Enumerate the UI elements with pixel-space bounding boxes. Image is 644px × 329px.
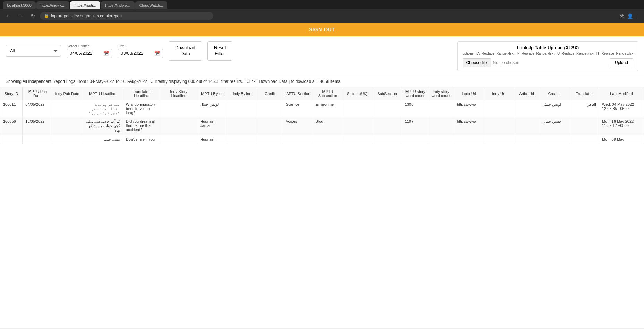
th-last-modified: Last Modified bbox=[599, 87, 644, 100]
browser-tabs: localhost:3000 https://indy-c... https:/… bbox=[0, 0, 644, 9]
browser-chrome: ← → ↻ 🔒 iaptureport-dev.brightsites.co.u… bbox=[0, 9, 644, 23]
table-cell: Voices bbox=[283, 117, 313, 135]
table-cell bbox=[372, 135, 402, 144]
tab-iaptr[interactable]: https://iaptr... bbox=[70, 1, 100, 9]
table-cell bbox=[372, 100, 402, 117]
table-row: 10065616/05/2022کیا آپ حادثے سے پہلے کچھ… bbox=[0, 117, 644, 135]
filter-left: All Select From : 📅 Until: 📅 Download D bbox=[6, 41, 452, 61]
upload-row: Choose file No file chosen Upload bbox=[463, 58, 634, 67]
th-story-id: Story ID bbox=[0, 87, 23, 100]
table-cell: Blog bbox=[313, 117, 342, 135]
table-cell: Mon, 16 May 2022 11:39:17 +0500 bbox=[599, 117, 644, 135]
table-cell bbox=[160, 135, 197, 144]
table-cell bbox=[52, 117, 82, 135]
back-button[interactable]: ← bbox=[3, 12, 13, 20]
forward-button[interactable]: → bbox=[16, 12, 26, 20]
table-cell: https://www bbox=[454, 117, 484, 135]
table-cell bbox=[257, 117, 283, 135]
status-text: Showing All Independent Report Logs From… bbox=[6, 79, 341, 84]
filter-area: All Select From : 📅 Until: 📅 Download D bbox=[0, 36, 644, 76]
th-article-id: Article Id bbox=[514, 87, 540, 100]
upload-button[interactable]: Upload bbox=[610, 58, 633, 67]
table-cell: لونس جینٹل bbox=[197, 100, 227, 117]
table-cell: 04/05/2022 bbox=[23, 100, 52, 117]
no-file-text: No file chosen bbox=[493, 60, 608, 65]
table-cell: Husnain bbox=[197, 135, 227, 144]
table-cell: 100011 bbox=[0, 100, 23, 117]
table-cell: Why do migratory birds travel so long? bbox=[123, 100, 160, 117]
until-label: Until: bbox=[118, 44, 163, 48]
menu-icon[interactable]: ⋮ bbox=[636, 13, 641, 19]
table-cell: 100656 bbox=[0, 117, 23, 135]
table-cell bbox=[313, 135, 342, 144]
select-from-input[interactable] bbox=[70, 51, 101, 56]
table-cell bbox=[540, 135, 569, 144]
tab-cloudwatch[interactable]: CloudWatch... bbox=[135, 1, 168, 9]
table-cell bbox=[160, 117, 197, 135]
th-indy-byline: Indy Byline bbox=[227, 87, 257, 100]
choose-file-button[interactable]: Choose file bbox=[463, 58, 491, 67]
table-cell bbox=[372, 117, 402, 135]
table-cell: 16/05/2022 bbox=[23, 117, 52, 135]
upload-panel: LookUp Table Upload (XLSX) options : IA_… bbox=[457, 41, 639, 71]
table-container: Story ID IAPTU Pub Date Indy Pub Date IA… bbox=[0, 87, 644, 144]
tab-localhost[interactable]: localhost:3000 bbox=[3, 1, 36, 9]
th-section-uk: Section(UK) bbox=[342, 87, 372, 100]
select-from-label: Select From : bbox=[67, 44, 112, 48]
table-header-row: Story ID IAPTU Pub Date Indy Pub Date IA… bbox=[0, 87, 644, 100]
category-select[interactable]: All bbox=[6, 45, 61, 57]
table-cell bbox=[454, 135, 484, 144]
table-cell bbox=[227, 135, 257, 144]
table-cell: Environme bbox=[313, 100, 342, 117]
table-cell bbox=[514, 135, 540, 144]
url-text: iaptureport-dev.brightsites.co.uk/report bbox=[51, 14, 122, 18]
table-cell: لونس جینٹل bbox=[540, 100, 569, 117]
table-cell bbox=[428, 100, 454, 117]
page: SIGN OUT All Select From : 📅 Until: bbox=[0, 23, 644, 328]
tab-indy-c[interactable]: https://indy-c... bbox=[36, 1, 70, 9]
th-iaptu-wc: IAPTU story word count bbox=[402, 87, 428, 100]
profile-icon[interactable]: 👤 bbox=[627, 13, 633, 19]
table-row: 10001104/05/2022مسافر پرندے اتنا لمبا سف… bbox=[0, 100, 644, 117]
refresh-button[interactable]: ↻ bbox=[28, 12, 37, 20]
download-data-button[interactable]: Download Data bbox=[169, 41, 202, 61]
extensions-icon[interactable]: ⚒ bbox=[620, 13, 624, 19]
table-cell: 1197 bbox=[402, 117, 428, 135]
table-cell bbox=[484, 100, 514, 117]
tab-indy-a[interactable]: https://indy-a... bbox=[101, 1, 134, 9]
table-cell: مسافر پرندے اتنا لمبا سفر کیوں کرتے ہیں؟ bbox=[82, 100, 123, 117]
table-cell bbox=[428, 117, 454, 135]
until-input[interactable] bbox=[121, 51, 152, 56]
select-from-input-wrap: 📅 bbox=[67, 49, 112, 58]
table-cell bbox=[0, 135, 23, 144]
data-table: Story ID IAPTU Pub Date Indy Pub Date IA… bbox=[0, 87, 644, 144]
th-iaptu-section: IAPTU Section bbox=[283, 87, 313, 100]
table-cell bbox=[484, 135, 514, 144]
until-input-wrap: 📅 bbox=[118, 49, 163, 58]
table-cell: 1300 bbox=[402, 100, 428, 117]
browser-icons: ⚒ 👤 ⋮ bbox=[620, 13, 641, 19]
table-cell bbox=[514, 117, 540, 135]
select-from-group: Select From : 📅 bbox=[67, 44, 112, 58]
upload-panel-title: LookUp Table Upload (XLSX) bbox=[463, 45, 634, 50]
sign-out-button[interactable]: SIGN OUT bbox=[309, 27, 335, 32]
table-cell: بیشے جیب bbox=[82, 135, 123, 144]
table-cell: Did you dream all that before the accide… bbox=[123, 117, 160, 135]
select-from-calendar-icon[interactable]: 📅 bbox=[103, 51, 109, 56]
until-group: Until: 📅 bbox=[118, 44, 163, 58]
table-cell bbox=[342, 117, 372, 135]
table-cell bbox=[428, 135, 454, 144]
reset-filter-button[interactable]: Reset Filter bbox=[207, 41, 232, 61]
table-cell bbox=[52, 100, 82, 117]
table-cell bbox=[227, 117, 257, 135]
th-subsection: SubSection bbox=[372, 87, 402, 100]
url-bar[interactable]: 🔒 iaptureport-dev.brightsites.co.uk/repo… bbox=[40, 12, 213, 20]
until-calendar-icon[interactable]: 📅 bbox=[154, 51, 160, 56]
upload-panel-options: options : IA_Replace_Range.xlsx , IP_Rep… bbox=[463, 52, 634, 55]
th-iaptu-url: iaptu Url bbox=[454, 87, 484, 100]
table-cell: https://www bbox=[454, 100, 484, 117]
table-cell bbox=[283, 135, 313, 144]
table-cell bbox=[484, 117, 514, 135]
table-row: بیشے جیبDon't smile if youHusnainMon, 09… bbox=[0, 135, 644, 144]
th-creator: Creator bbox=[540, 87, 569, 100]
